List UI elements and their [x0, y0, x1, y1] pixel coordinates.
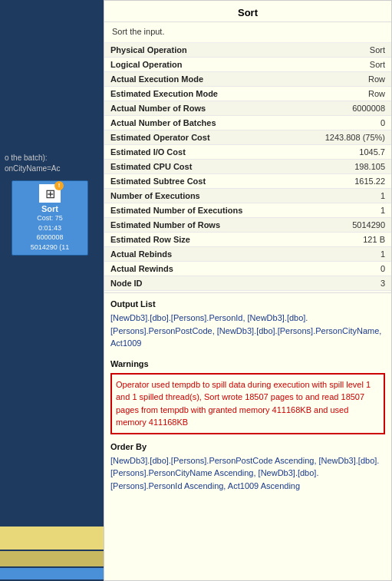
- prop-name: Estimated I/O Cost: [104, 145, 262, 160]
- code-text: o the batch): onCityName=Ac: [0, 150, 104, 177]
- table-row: Node ID3: [104, 276, 391, 291]
- prop-value: 1: [262, 247, 391, 262]
- sort-node-box[interactable]: ⊞ ! Sort Cost: 75 0:01:43 6000008 501429…: [12, 180, 88, 256]
- table-row: Actual Rewinds0: [104, 262, 391, 276]
- table-row: Actual Execution ModeRow: [104, 72, 391, 87]
- prop-value: 1: [262, 203, 391, 218]
- table-row: Actual Number of Rows6000008: [104, 101, 391, 116]
- prop-value: 0: [262, 116, 391, 130]
- prop-name: Actual Rewinds: [104, 262, 262, 276]
- node-time: 0:01:43: [15, 223, 84, 233]
- table-row: Estimated Subtree Cost1615.22: [104, 174, 391, 189]
- table-row: Estimated Number of Executions1: [104, 203, 391, 218]
- table-row: Number of Executions1: [104, 189, 391, 203]
- table-row: Estimated Row Size121 B: [104, 233, 391, 247]
- prop-value: Row: [262, 87, 391, 101]
- output-list-content: [NewDb3].[dbo].[Persons].PersonId, [NewD…: [104, 310, 391, 355]
- prop-value: 1615.22: [262, 174, 391, 189]
- prop-value: 0: [262, 262, 391, 276]
- warnings-content: Operator used tempdb to spill data durin…: [110, 373, 385, 434]
- prop-name: Estimated Operator Cost: [104, 130, 262, 145]
- table-row: Estimated Operator Cost1243.808 (75%): [104, 130, 391, 145]
- tooltip-description: Sort the input.: [104, 22, 391, 43]
- properties-table: Physical OperationSortLogical OperationS…: [104, 43, 391, 291]
- prop-value: Sort: [262, 58, 391, 72]
- node-rows1: 6000008: [15, 233, 84, 243]
- prop-value: 121 B: [262, 233, 391, 247]
- node-label: Sort: [15, 204, 84, 213]
- prop-name: Node ID: [104, 276, 262, 291]
- prop-value: 6000008: [262, 101, 391, 116]
- prop-name: Actual Execution Mode: [104, 72, 262, 87]
- tooltip-panel: Sort Sort the input. Physical OperationS…: [104, 0, 392, 581]
- table-row: Estimated Execution ModeRow: [104, 87, 391, 101]
- prop-name: Estimated Row Size: [104, 233, 262, 247]
- table-row: Physical OperationSort: [104, 43, 391, 58]
- prop-name: Actual Number of Rows: [104, 101, 262, 116]
- prop-value: 1243.808 (75%): [262, 130, 391, 145]
- prop-value: 3: [262, 276, 391, 291]
- prop-name: Physical Operation: [104, 43, 262, 58]
- prop-name: Estimated CPU Cost: [104, 160, 262, 174]
- prop-value: 1: [262, 189, 391, 203]
- prop-name: Number of Executions: [104, 189, 262, 203]
- prop-name: Estimated Number of Rows: [104, 218, 262, 233]
- table-row: Estimated I/O Cost1045.7: [104, 145, 391, 160]
- prop-name: Actual Number of Batches: [104, 116, 262, 130]
- warning-badge: !: [54, 181, 64, 190]
- prop-name: Logical Operation: [104, 58, 262, 72]
- prop-value: 5014290: [262, 218, 391, 233]
- node-rows2: 5014290 (11: [15, 243, 84, 253]
- tooltip-title: Sort: [104, 1, 391, 22]
- table-row: Actual Number of Batches0: [104, 116, 391, 130]
- prop-name: Estimated Number of Executions: [104, 203, 262, 218]
- warnings-header: Warnings: [104, 355, 391, 370]
- table-row: Estimated CPU Cost198.105: [104, 160, 391, 174]
- order-by-header: Order By: [104, 437, 391, 453]
- prop-value: 198.105: [262, 160, 391, 174]
- table-row: Estimated Number of Rows5014290: [104, 218, 391, 233]
- output-list-header: Output List: [104, 295, 391, 310]
- prop-value: Row: [262, 72, 391, 87]
- prop-name: Actual Rebinds: [104, 247, 262, 262]
- sort-node-icon: ⊞ !: [39, 184, 61, 203]
- prop-value: Sort: [262, 43, 391, 58]
- prop-name: Estimated Execution Mode: [104, 87, 262, 101]
- prop-value: 1045.7: [262, 145, 391, 160]
- order-by-content: [NewDb3].[dbo].[Persons].PersonPostCode …: [104, 453, 391, 497]
- left-panel-bg: [0, 0, 104, 581]
- table-row: Logical OperationSort: [104, 58, 391, 72]
- node-cost: Cost: 75: [15, 213, 84, 223]
- prop-name: Estimated Subtree Cost: [104, 174, 262, 189]
- table-row: Actual Rebinds1: [104, 247, 391, 262]
